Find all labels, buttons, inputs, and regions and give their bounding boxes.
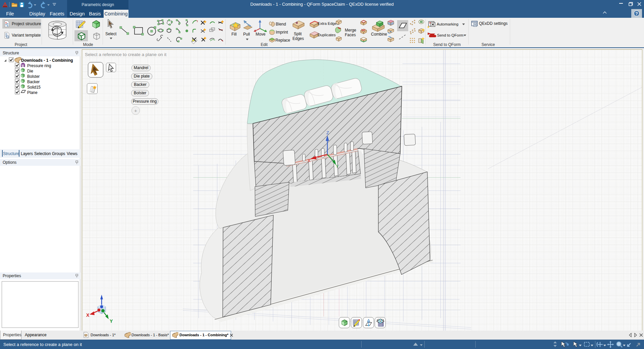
svg-text:Duplicates: Duplicates xyxy=(318,33,336,37)
svg-text:Z: Z xyxy=(326,130,329,135)
svg-text:Blend: Blend xyxy=(276,22,286,27)
svg-text:Y: Y xyxy=(336,164,339,169)
svg-text:Extra Edges: Extra Edges xyxy=(318,21,339,26)
svg-text:Send to QForm: Send to QForm xyxy=(437,33,464,37)
svg-text:Combine: Combine xyxy=(371,32,387,37)
svg-text:Split: Split xyxy=(294,32,302,36)
svg-text:X: X xyxy=(86,312,90,318)
svg-text:Fill: Fill xyxy=(231,32,236,37)
svg-text:Automarking: Automarking xyxy=(437,22,459,26)
svg-text:Y: Y xyxy=(110,318,113,324)
svg-text:X: X xyxy=(308,158,311,163)
svg-text:Replace: Replace xyxy=(275,38,290,43)
svg-text:Merge: Merge xyxy=(345,28,356,33)
svg-text:?: ? xyxy=(635,11,638,16)
svg-text:Z: Z xyxy=(100,293,103,294)
svg-text:Move: Move xyxy=(256,32,266,37)
svg-text:Imprint: Imprint xyxy=(276,30,288,35)
svg-text:Pull: Pull xyxy=(243,32,250,37)
svg-text:QExDD settings: QExDD settings xyxy=(479,21,507,26)
svg-text:Faces: Faces xyxy=(345,33,356,37)
svg-text:Edges: Edges xyxy=(292,36,304,41)
